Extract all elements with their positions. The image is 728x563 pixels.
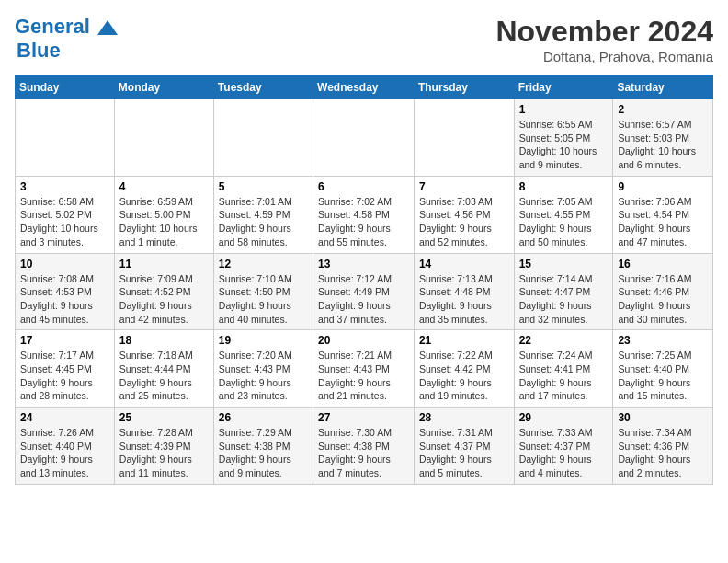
header-sunday: Sunday [16,76,115,99]
calendar-table: SundayMondayTuesdayWednesdayThursdayFrid… [15,75,713,485]
day-info: Sunrise: 7:21 AM Sunset: 4:43 PM Dayligh… [318,349,409,403]
calendar-header-row: SundayMondayTuesdayWednesdayThursdayFrid… [16,76,713,99]
calendar-cell: 24Sunrise: 7:26 AM Sunset: 4:40 PM Dayli… [16,408,115,485]
header-wednesday: Wednesday [313,76,415,99]
day-number: 8 [519,180,609,193]
calendar-cell [213,99,313,177]
calendar-cell: 9Sunrise: 7:06 AM Sunset: 4:54 PM Daylig… [613,176,713,253]
svg-marker-0 [97,20,118,35]
day-info: Sunrise: 6:59 AM Sunset: 5:00 PM Dayligh… [119,195,209,249]
day-number: 20 [318,334,409,347]
calendar-cell: 1Sunrise: 6:55 AM Sunset: 5:05 PM Daylig… [514,99,613,177]
calendar-cell [313,99,415,177]
calendar-week-1: 1Sunrise: 6:55 AM Sunset: 5:05 PM Daylig… [16,99,713,177]
calendar-cell: 11Sunrise: 7:09 AM Sunset: 4:52 PM Dayli… [114,253,213,330]
day-number: 4 [119,180,209,193]
day-number: 10 [20,258,109,270]
day-number: 19 [219,334,308,347]
day-info: Sunrise: 7:08 AM Sunset: 4:53 PM Dayligh… [20,272,109,327]
day-info: Sunrise: 7:34 AM Sunset: 4:36 PM Dayligh… [618,426,708,480]
day-number: 3 [20,180,109,193]
day-number: 16 [618,258,708,270]
day-info: Sunrise: 7:24 AM Sunset: 4:41 PM Dayligh… [519,349,609,403]
day-info: Sunrise: 7:10 AM Sunset: 4:50 PM Dayligh… [219,272,308,327]
day-number: 18 [119,334,209,347]
day-number: 22 [519,334,609,347]
day-number: 2 [618,103,708,116]
day-number: 21 [419,334,509,347]
calendar-cell [414,99,514,177]
calendar-cell: 4Sunrise: 6:59 AM Sunset: 5:00 PM Daylig… [114,176,213,253]
day-info: Sunrise: 7:22 AM Sunset: 4:42 PM Dayligh… [419,349,509,403]
day-info: Sunrise: 7:25 AM Sunset: 4:40 PM Dayligh… [618,349,708,403]
day-number: 12 [219,258,308,270]
calendar-cell [16,99,115,177]
day-number: 9 [618,180,708,193]
day-info: Sunrise: 7:31 AM Sunset: 4:37 PM Dayligh… [419,426,509,480]
logo-blue-text: Blue [17,39,61,63]
day-number: 25 [119,411,209,424]
calendar-cell: 18Sunrise: 7:18 AM Sunset: 4:44 PM Dayli… [114,330,213,408]
calendar-cell: 27Sunrise: 7:30 AM Sunset: 4:38 PM Dayli… [313,408,415,485]
day-info: Sunrise: 7:30 AM Sunset: 4:38 PM Dayligh… [318,426,409,480]
calendar-cell: 5Sunrise: 7:01 AM Sunset: 4:59 PM Daylig… [213,176,313,253]
day-info: Sunrise: 7:09 AM Sunset: 4:52 PM Dayligh… [119,272,209,327]
day-info: Sunrise: 7:16 AM Sunset: 4:46 PM Dayligh… [618,272,708,327]
calendar-cell: 22Sunrise: 7:24 AM Sunset: 4:41 PM Dayli… [514,330,613,408]
calendar-cell: 29Sunrise: 7:33 AM Sunset: 4:37 PM Dayli… [514,408,613,485]
day-info: Sunrise: 7:02 AM Sunset: 4:58 PM Dayligh… [318,195,409,249]
title-section: November 2024 Doftana, Prahova, Romania [495,15,713,64]
calendar-cell: 8Sunrise: 7:05 AM Sunset: 4:55 PM Daylig… [514,176,613,253]
day-number: 27 [318,411,409,424]
day-info: Sunrise: 7:26 AM Sunset: 4:40 PM Dayligh… [20,426,109,480]
day-number: 29 [519,411,609,424]
calendar-cell: 7Sunrise: 7:03 AM Sunset: 4:56 PM Daylig… [414,176,514,253]
day-info: Sunrise: 6:57 AM Sunset: 5:03 PM Dayligh… [618,118,708,172]
day-info: Sunrise: 7:05 AM Sunset: 4:55 PM Dayligh… [519,195,609,249]
day-number: 30 [618,411,708,424]
day-info: Sunrise: 7:18 AM Sunset: 4:44 PM Dayligh… [119,349,209,403]
logo-icon [97,20,118,35]
day-number: 24 [20,411,109,424]
calendar-cell: 2Sunrise: 6:57 AM Sunset: 5:03 PM Daylig… [613,99,713,177]
calendar-cell: 23Sunrise: 7:25 AM Sunset: 4:40 PM Dayli… [613,330,713,408]
header-monday: Monday [114,76,213,99]
day-info: Sunrise: 7:17 AM Sunset: 4:45 PM Dayligh… [20,349,109,403]
calendar-cell: 30Sunrise: 7:34 AM Sunset: 4:36 PM Dayli… [613,408,713,485]
calendar-cell [114,99,213,177]
day-number: 6 [318,180,409,193]
calendar-cell: 19Sunrise: 7:20 AM Sunset: 4:43 PM Dayli… [213,330,313,408]
day-number: 28 [419,411,509,424]
day-info: Sunrise: 7:12 AM Sunset: 4:49 PM Dayligh… [318,272,409,327]
calendar-cell: 17Sunrise: 7:17 AM Sunset: 4:45 PM Dayli… [16,330,115,408]
day-info: Sunrise: 7:14 AM Sunset: 4:47 PM Dayligh… [519,272,609,327]
calendar-cell: 21Sunrise: 7:22 AM Sunset: 4:42 PM Dayli… [414,330,514,408]
day-number: 26 [219,411,308,424]
logo-text: General [15,15,118,39]
day-number: 5 [219,180,308,193]
calendar-week-5: 24Sunrise: 7:26 AM Sunset: 4:40 PM Dayli… [16,408,713,485]
day-info: Sunrise: 7:29 AM Sunset: 4:38 PM Dayligh… [219,426,308,480]
day-number: 13 [318,258,409,270]
header-saturday: Saturday [613,76,713,99]
day-info: Sunrise: 6:58 AM Sunset: 5:02 PM Dayligh… [20,195,109,249]
day-info: Sunrise: 7:33 AM Sunset: 4:37 PM Dayligh… [519,426,609,480]
header-tuesday: Tuesday [213,76,313,99]
day-info: Sunrise: 7:13 AM Sunset: 4:48 PM Dayligh… [419,272,509,327]
calendar-cell: 14Sunrise: 7:13 AM Sunset: 4:48 PM Dayli… [414,253,514,330]
day-number: 1 [519,103,609,116]
day-number: 14 [419,258,509,270]
calendar-week-3: 10Sunrise: 7:08 AM Sunset: 4:53 PM Dayli… [16,253,713,330]
day-number: 17 [20,334,109,347]
calendar-cell: 28Sunrise: 7:31 AM Sunset: 4:37 PM Dayli… [414,408,514,485]
day-number: 15 [519,258,609,270]
header-thursday: Thursday [414,76,514,99]
calendar-week-4: 17Sunrise: 7:17 AM Sunset: 4:45 PM Dayli… [16,330,713,408]
calendar-cell: 16Sunrise: 7:16 AM Sunset: 4:46 PM Dayli… [613,253,713,330]
calendar-cell: 20Sunrise: 7:21 AM Sunset: 4:43 PM Dayli… [313,330,415,408]
day-info: Sunrise: 7:28 AM Sunset: 4:39 PM Dayligh… [119,426,209,480]
day-number: 11 [119,258,209,270]
calendar-cell: 25Sunrise: 7:28 AM Sunset: 4:39 PM Dayli… [114,408,213,485]
header-friday: Friday [514,76,613,99]
day-info: Sunrise: 6:55 AM Sunset: 5:05 PM Dayligh… [519,118,609,172]
